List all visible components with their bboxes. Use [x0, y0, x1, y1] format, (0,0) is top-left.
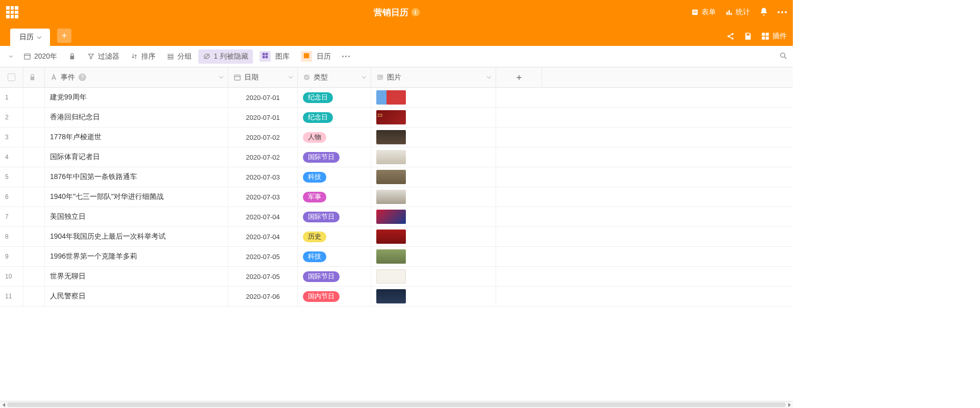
cell-event[interactable]: 人民警察日: [45, 287, 228, 306]
cell-date[interactable]: 2020-07-03: [228, 187, 298, 207]
cell-type[interactable]: 军事: [298, 187, 371, 207]
table-row[interactable]: 11人民警察日2020-07-06国内节日: [0, 287, 793, 307]
hidden-columns-button[interactable]: 1 列被隐藏: [198, 49, 253, 64]
cell-date[interactable]: 2020-07-06: [228, 287, 298, 306]
add-column-button[interactable]: [496, 67, 542, 87]
cell-image[interactable]: [371, 227, 496, 246]
horizontal-scrollbar[interactable]: [0, 401, 793, 408]
cell-event[interactable]: 建党99周年: [45, 88, 228, 107]
cell-date[interactable]: 2020-07-01: [228, 108, 298, 127]
notification-icon[interactable]: [759, 7, 768, 18]
cell-date[interactable]: 2020-07-01: [228, 88, 298, 107]
cell-event[interactable]: 1940年"七三一部队"对华进行细菌战: [45, 187, 228, 207]
help-icon[interactable]: ?: [79, 73, 86, 81]
cell-type[interactable]: 国际节日: [298, 207, 371, 226]
table-row[interactable]: 7美国独立日2020-07-04国际节日: [0, 207, 793, 227]
select-all-checkbox[interactable]: [0, 67, 23, 87]
cell-date[interactable]: 2020-07-03: [228, 167, 298, 187]
cell-type[interactable]: 国内节日: [298, 287, 371, 306]
column-image[interactable]: 图片: [371, 67, 496, 87]
cell-image[interactable]: [371, 247, 496, 266]
calendar-view-button[interactable]: 日历: [296, 48, 336, 64]
add-tab-button[interactable]: +: [57, 29, 71, 43]
plugin-button[interactable]: 插件: [761, 32, 787, 41]
table-row[interactable]: 81904年我国历史上最后一次科举考试2020-07-04历史: [0, 227, 793, 247]
row-lock: [23, 287, 45, 306]
gallery-view-button[interactable]: 图库: [255, 48, 294, 64]
cell-date[interactable]: 2020-07-02: [228, 128, 298, 147]
cell-event[interactable]: 1996世界第一个克隆羊多莉: [45, 247, 228, 266]
cell-image[interactable]: [371, 187, 496, 207]
cell-type[interactable]: 国际节日: [298, 267, 371, 286]
cell-type[interactable]: 纪念日: [298, 88, 371, 107]
cell-event[interactable]: 美国独立日: [45, 207, 228, 226]
cell-event[interactable]: 1778年卢梭逝世: [45, 128, 228, 147]
stats-label: 统计: [736, 8, 750, 17]
cell-date[interactable]: 2020-07-05: [228, 247, 298, 266]
plugin-label: 插件: [772, 32, 787, 41]
column-type[interactable]: 类型: [298, 67, 371, 87]
type-tag: 军事: [303, 192, 326, 202]
cell-type[interactable]: 国际节日: [298, 147, 371, 167]
svg-rect-22: [265, 56, 268, 59]
column-date[interactable]: 日期: [228, 67, 298, 87]
thumbnail: [376, 230, 406, 244]
row-number: 5: [0, 167, 23, 187]
cell-image[interactable]: [371, 167, 496, 187]
cell-event[interactable]: 1876年中国第一条铁路通车: [45, 167, 228, 187]
cell-image[interactable]: [371, 287, 496, 306]
filter-button[interactable]: 过滤器: [83, 49, 124, 64]
cell-event[interactable]: 国际体育记者日: [45, 147, 228, 167]
sort-button[interactable]: 排序: [126, 49, 160, 64]
form-button[interactable]: 表单: [691, 8, 716, 17]
cell-date[interactable]: 2020-07-05: [228, 267, 298, 286]
toolbar-more[interactable]: [338, 53, 355, 60]
type-tag: 科技: [303, 172, 326, 183]
column-event[interactable]: 事件 ?: [45, 67, 228, 87]
text-icon: [50, 73, 58, 81]
cell-image[interactable]: [371, 147, 496, 167]
table-row[interactable]: 31778年卢梭逝世2020-07-02人物: [0, 128, 793, 147]
cell-image[interactable]: [371, 207, 496, 226]
info-icon[interactable]: i: [411, 8, 420, 16]
thumbnail: [376, 90, 406, 105]
apps-icon[interactable]: [6, 6, 18, 18]
cell-date[interactable]: 2020-07-04: [228, 207, 298, 226]
lock-button[interactable]: [64, 50, 81, 63]
cell-type[interactable]: 科技: [298, 247, 371, 266]
year-selector[interactable]: 2020年: [19, 49, 62, 64]
table-row[interactable]: 91996世界第一个克隆羊多莉2020-07-05科技: [0, 247, 793, 267]
share-icon[interactable]: [726, 32, 735, 41]
cell-date[interactable]: 2020-07-02: [228, 147, 298, 167]
table-header: 事件 ? 日期 类型 图片: [0, 67, 793, 88]
table-row[interactable]: 2香港回归纪念日2020-07-01纪念日: [0, 108, 793, 128]
cell-type[interactable]: 历史: [298, 227, 371, 246]
cell-image[interactable]: [371, 88, 496, 107]
svg-rect-3: [727, 12, 728, 15]
table-row[interactable]: 51876年中国第一条铁路通车2020-07-03科技: [0, 167, 793, 187]
table-row[interactable]: 61940年"七三一部队"对华进行细菌战2020-07-03军事: [0, 187, 793, 207]
group-button[interactable]: 分组: [162, 49, 196, 64]
table-row[interactable]: 10世界无聊日2020-07-05国际节日: [0, 267, 793, 287]
table-row[interactable]: 1建党99周年2020-07-01纪念日: [0, 88, 793, 108]
cell-type[interactable]: 科技: [298, 167, 371, 187]
cell-type[interactable]: 纪念日: [298, 108, 371, 127]
search-button[interactable]: [779, 52, 788, 62]
cell-date[interactable]: 2020-07-04: [228, 227, 298, 246]
row-lock: [23, 247, 45, 266]
cell-image[interactable]: [371, 128, 496, 147]
tab-calendar[interactable]: 日历: [10, 29, 50, 46]
stats-button[interactable]: 统计: [725, 8, 750, 17]
cell-image[interactable]: [371, 108, 496, 127]
save-icon[interactable]: [743, 32, 753, 41]
view-menu[interactable]: [5, 53, 17, 60]
cell-event[interactable]: 世界无聊日: [45, 267, 228, 286]
cell-image[interactable]: [371, 267, 496, 286]
svg-rect-10: [766, 33, 769, 36]
table-row[interactable]: 4国际体育记者日2020-07-02国际节日: [0, 147, 793, 167]
cell-type[interactable]: 人物: [298, 128, 371, 147]
cell-event[interactable]: 1904年我国历史上最后一次科举考试: [45, 227, 228, 246]
thumbnail: [376, 210, 406, 224]
cell-event[interactable]: 香港回归纪念日: [45, 108, 228, 127]
more-menu[interactable]: [778, 11, 787, 13]
